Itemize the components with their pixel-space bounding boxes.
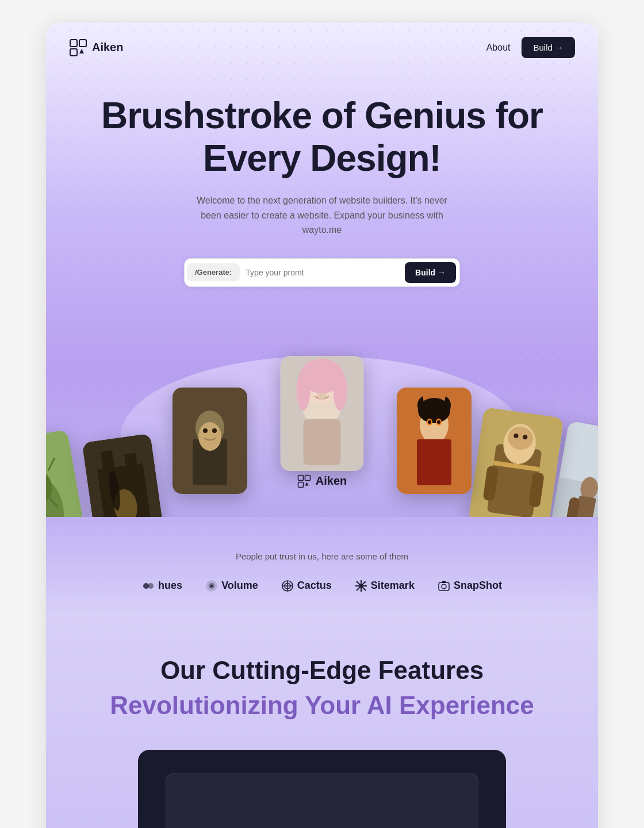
svg-point-28 xyxy=(212,428,217,433)
features-subtitle: Revolutionizing Your AI Experience xyxy=(69,691,575,721)
hues-label: hues xyxy=(158,580,182,592)
logo-label: Aiken xyxy=(92,41,123,54)
svg-rect-0 xyxy=(70,40,77,47)
svg-point-26 xyxy=(198,422,221,451)
generate-input[interactable] xyxy=(246,268,405,277)
svg-point-65 xyxy=(148,583,154,589)
gallery-card-far-left xyxy=(46,430,91,517)
hues-icon xyxy=(142,580,155,592)
volume-label: Volume xyxy=(221,580,258,592)
gallery-card-right2 xyxy=(468,407,564,517)
trust-logo-cactus: Cactus xyxy=(281,580,332,592)
features-card-inner xyxy=(166,773,478,828)
gallery-section: Aiken xyxy=(46,321,598,517)
snapshot-label: SnapShot xyxy=(454,580,502,592)
cactus-label: Cactus xyxy=(297,580,332,592)
card-image-left1 xyxy=(172,388,247,494)
nav-actions: About Build → xyxy=(486,37,575,58)
svg-point-37 xyxy=(334,370,347,411)
svg-point-68 xyxy=(210,585,213,587)
svg-rect-4 xyxy=(305,475,310,480)
card-image-right1 xyxy=(397,388,471,494)
card-image-right2 xyxy=(468,407,564,517)
svg-point-45 xyxy=(428,420,431,424)
svg-point-46 xyxy=(437,420,440,424)
trust-logo-snapshot: SnapShot xyxy=(438,580,502,592)
navbar: Aiken About Build → xyxy=(46,23,598,72)
trust-logo-sitemark: Sitemark xyxy=(355,580,415,592)
gallery-card-left2 xyxy=(82,434,164,517)
volume-icon xyxy=(205,580,218,592)
logo-icon xyxy=(69,39,87,57)
gallery-card-center xyxy=(281,356,364,471)
nav-build-button[interactable]: Build → xyxy=(522,37,575,58)
gallery-card-left1 xyxy=(172,388,247,494)
svg-rect-77 xyxy=(439,582,449,591)
snapshot-icon xyxy=(438,580,450,592)
cactus-icon xyxy=(281,580,294,592)
hero-title: Brushstroke of Genius for Every Design! xyxy=(69,95,575,179)
trust-label: People put trust in us, here are some of… xyxy=(69,551,575,561)
card-image-far-left xyxy=(46,430,91,517)
arc-logo-icon xyxy=(297,474,311,488)
svg-point-78 xyxy=(442,584,446,589)
card-image-center xyxy=(281,356,364,471)
svg-rect-79 xyxy=(442,581,446,583)
svg-point-27 xyxy=(203,428,208,433)
generate-build-button[interactable]: Build → xyxy=(405,262,456,283)
svg-rect-2 xyxy=(70,49,77,56)
svg-point-36 xyxy=(297,370,310,411)
features-card-preview: ← → xyxy=(138,750,506,828)
features-title: Our Cutting-Edge Features xyxy=(69,656,575,686)
generate-label: /Generate: xyxy=(187,263,240,281)
svg-rect-1 xyxy=(79,40,86,47)
arc-logo: Aiken xyxy=(297,474,347,488)
svg-rect-3 xyxy=(298,475,303,480)
svg-rect-38 xyxy=(304,419,341,465)
features-section: Our Cutting-Edge Features Revolutionizin… xyxy=(46,615,598,828)
logo[interactable]: Aiken xyxy=(69,39,123,57)
gallery-card-right1 xyxy=(397,388,471,494)
hero-content: Brushstroke of Genius for Every Design! … xyxy=(46,72,598,287)
trust-logo-volume: Volume xyxy=(205,580,258,592)
sitemark-icon xyxy=(355,580,367,592)
arc-logo-text: Aiken xyxy=(316,474,347,488)
card-image-left2 xyxy=(82,434,164,517)
svg-rect-41 xyxy=(417,439,451,485)
svg-rect-5 xyxy=(298,482,303,487)
sitemark-label: Sitemark xyxy=(371,580,415,592)
about-nav-link[interactable]: About xyxy=(486,43,511,53)
hero-subtitle: Welcome to the next generation of websit… xyxy=(195,193,448,237)
trust-logo-hues: hues xyxy=(142,580,182,592)
generate-bar: /Generate: Build → xyxy=(184,258,460,287)
trust-logos: hues Volume Cactus xyxy=(69,580,575,592)
trust-section: People put trust in us, here are some of… xyxy=(46,517,598,615)
